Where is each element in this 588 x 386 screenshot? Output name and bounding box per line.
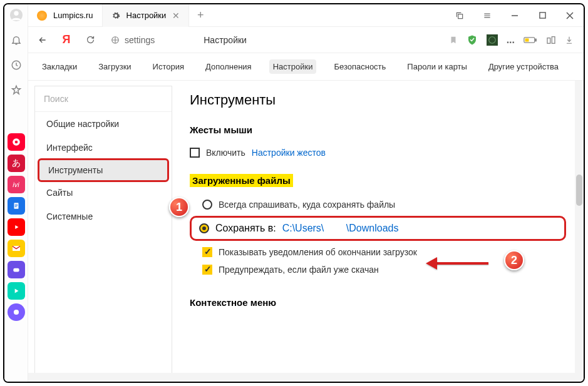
enable-gestures-row: Включить Настройки жестов: [190, 144, 566, 161]
yandex-logo-icon[interactable]: Я: [57, 31, 76, 49]
annotation-arrow: [426, 260, 488, 267]
left-sidebar: あ ivi: [4, 4, 28, 382]
subnav-settings[interactable]: Настройки: [269, 59, 317, 74]
app-icon-alice[interactable]: [8, 303, 25, 321]
nav-tools[interactable]: Инструменты: [38, 158, 169, 182]
context-menu-header: Контекстное меню: [190, 297, 566, 308]
history-icon[interactable]: [9, 58, 23, 72]
tab-lumpics[interactable]: Lumpics.ru: [28, 4, 103, 27]
nav-general[interactable]: Общие настройки: [35, 112, 172, 136]
menu-icon[interactable]: [473, 4, 501, 27]
tab-label: Lumpics.ru: [53, 11, 93, 20]
app-icon-purple[interactable]: [8, 261, 25, 278]
subnav-addons[interactable]: Дополнения: [202, 59, 255, 74]
horizontal-scrollbar[interactable]: [28, 373, 575, 382]
tab-settings[interactable]: Настройки ✕: [103, 4, 190, 27]
maximize-button[interactable]: [529, 4, 556, 27]
svg-rect-21: [552, 36, 555, 43]
window-controls: [446, 4, 584, 27]
svg-rect-7: [14, 205, 18, 206]
page-title: Настройки: [204, 35, 247, 45]
scroll-thumb[interactable]: [576, 175, 582, 206]
enable-gestures-checkbox[interactable]: [190, 148, 200, 158]
reload-button[interactable]: [81, 31, 100, 49]
close-icon[interactable]: ✕: [172, 11, 180, 21]
minimize-button[interactable]: [501, 4, 529, 27]
search-input[interactable]: Поиск: [35, 86, 172, 112]
svg-rect-8: [14, 206, 16, 207]
app-icon-ivi[interactable]: ivi: [8, 176, 25, 193]
address-bar[interactable]: settings: [105, 35, 161, 45]
svg-rect-6: [14, 205, 18, 205]
warn-dup-checkbox[interactable]: [202, 265, 212, 275]
warn-dup-label: Предупреждать, если файл уже скачан: [219, 265, 379, 275]
favicon-orange-icon: [37, 11, 47, 21]
more-icon[interactable]: ...: [507, 34, 515, 46]
toolbar-right: ...: [449, 34, 579, 46]
adguard-icon[interactable]: [467, 34, 478, 46]
extension-icon[interactable]: [487, 34, 498, 46]
star-icon[interactable]: [9, 83, 23, 97]
svg-rect-19: [525, 38, 529, 41]
extensions-icon[interactable]: [546, 35, 556, 45]
nav-sites[interactable]: Сайты: [35, 181, 172, 205]
show-notif-checkbox[interactable]: [202, 247, 212, 257]
nav-interface[interactable]: Интерфейс: [35, 136, 172, 160]
svg-rect-13: [539, 13, 545, 18]
tab-label: Настройки: [126, 11, 167, 20]
shield-icon: [111, 36, 120, 44]
save-to-radio[interactable]: [199, 223, 209, 233]
mouse-gestures-header: Жесты мыши: [190, 124, 566, 135]
save-to-callout: Сохранять в: C:\Users\ \Downloads: [190, 216, 566, 241]
app-icon-play[interactable]: [8, 282, 25, 300]
svg-rect-15: [487, 34, 498, 46]
app-icon-translate[interactable]: あ: [8, 155, 25, 172]
svg-rect-12: [458, 14, 463, 18]
svg-point-1: [14, 11, 18, 16]
profile-icon[interactable]: [9, 8, 23, 22]
svg-point-4: [14, 141, 18, 144]
svg-rect-20: [547, 38, 550, 43]
app-icon-yandex[interactable]: [8, 133, 25, 151]
show-notif-label: Показывать уведомления об окончании загр…: [219, 247, 417, 257]
annotation-marker-2: 2: [504, 250, 524, 270]
subnav-downloads[interactable]: Загрузки: [95, 59, 135, 74]
nav-system[interactable]: Системные: [35, 205, 172, 228]
bookmark-icon[interactable]: [449, 35, 458, 45]
download-icon[interactable]: [565, 35, 574, 45]
subnav-bookmarks[interactable]: Закладки: [38, 59, 81, 74]
section-title: Инструменты: [190, 92, 566, 108]
close-button[interactable]: [556, 4, 584, 27]
app-icon-docs[interactable]: [8, 197, 25, 215]
vertical-scrollbar[interactable]: [575, 81, 584, 382]
main-area: Lumpics.ru Настройки ✕ + Я: [28, 4, 584, 382]
back-button[interactable]: [33, 31, 52, 49]
settings-body: Инструменты Жесты мыши Включить Настройк…: [172, 81, 584, 382]
downloads-header: Загруженные файлы: [190, 174, 293, 187]
gestures-settings-link[interactable]: Настройки жестов: [252, 148, 326, 158]
address-text: settings: [125, 35, 155, 45]
bell-icon[interactable]: [9, 33, 23, 47]
settings-nav: Поиск Общие настройки Интерфейс Инструме…: [34, 86, 172, 382]
app-icons: あ ivi: [8, 133, 25, 321]
always-ask-label: Всегда спрашивать, куда сохранять файлы: [219, 200, 395, 210]
new-tab-button[interactable]: +: [189, 9, 212, 22]
subnav-history[interactable]: История: [149, 59, 188, 74]
settings-subnav: Закладки Загрузки История Дополнения Нас…: [28, 53, 584, 81]
subnav-passwords[interactable]: Пароли и карты: [403, 59, 471, 74]
battery-icon[interactable]: [524, 36, 537, 44]
copy-icon[interactable]: [446, 4, 473, 27]
app-icon-mail[interactable]: [8, 240, 25, 257]
content: Поиск Общие настройки Интерфейс Инструме…: [28, 81, 584, 382]
app-icon-youtube[interactable]: [8, 218, 25, 236]
svg-rect-18: [535, 39, 537, 41]
annotation-marker-1: 1: [169, 197, 189, 217]
always-ask-radio[interactable]: [202, 200, 212, 210]
subnav-devices[interactable]: Другие устройства: [485, 59, 562, 74]
browser-window: あ ivi Lumpics.ru Настройки ✕ +: [3, 3, 585, 383]
save-path-link[interactable]: C:\Users\ \Downloads: [282, 223, 399, 234]
subnav-security[interactable]: Безопасность: [330, 59, 389, 74]
svg-point-11: [13, 310, 18, 315]
toolbar: Я settings Настройки ...: [28, 27, 584, 53]
titlebar: Lumpics.ru Настройки ✕ +: [28, 4, 584, 27]
